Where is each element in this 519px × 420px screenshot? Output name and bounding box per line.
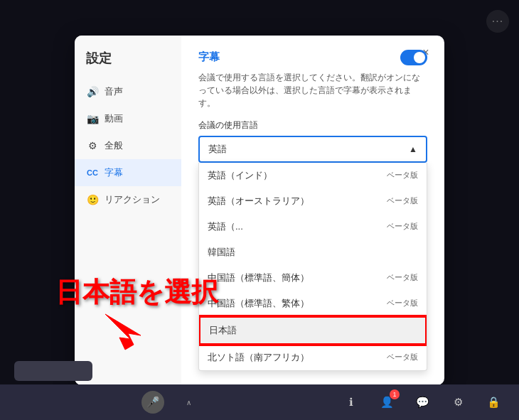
chevron-up-icon: ∧	[186, 399, 191, 406]
bottom-left-panel	[14, 361, 92, 381]
dropdown-item-chinese-traditional[interactable]: 中国語（標準語、繁体） ベータ版	[199, 291, 427, 316]
settings-sidebar: 設定 🔊 音声 📷 動画 ⚙ 全般 CC 字幕 🙂 リアクション	[75, 36, 181, 385]
sidebar-item-general[interactable]: ⚙ 全般	[75, 132, 181, 159]
beta-badge: ベータ版	[387, 272, 418, 283]
sidebar-reactions-label: リアクション	[105, 193, 160, 206]
reactions-icon: 🙂	[86, 193, 99, 206]
sidebar-video-label: 動画	[105, 112, 123, 125]
sidebar-item-reactions[interactable]: 🙂 リアクション	[75, 186, 181, 213]
settings-button[interactable]: ⚙	[446, 391, 469, 414]
lock-button[interactable]: 🔒	[482, 391, 505, 414]
captions-toggle[interactable]	[400, 50, 427, 65]
settings-gear-icon: ⚙	[454, 396, 463, 409]
dropdown-arrow-icon: ▲	[409, 144, 417, 154]
dropdown-item-label: 英語（オーストラリア）	[208, 195, 309, 208]
sidebar-item-video[interactable]: 📷 動画	[75, 105, 181, 132]
dropdown-item-english-india[interactable]: 英語（インド） ベータ版	[199, 163, 427, 188]
mic-icon: 🎤	[146, 396, 160, 409]
participants-badge: 1	[390, 389, 400, 399]
chat-icon: 💬	[416, 396, 429, 409]
dropdown-item-label: 北ソト語（南アフリカ）	[208, 351, 309, 364]
modal-title: 設定	[75, 50, 181, 78]
dropdown-item-label: 日本語	[209, 324, 237, 337]
language-dropdown-list: 英語（インド） ベータ版 英語（オーストラリア） ベータ版 英語（... ベータ…	[198, 163, 427, 371]
beta-badge: ベータ版	[387, 298, 418, 308]
mute-button[interactable]: 🎤	[141, 391, 164, 414]
dropdown-item-label: 英語（インド）	[208, 169, 272, 182]
modal-backdrop: × 設定 🔊 音声 📷 動画 ⚙ 全般 CC 字幕 🙂 リアクション	[0, 0, 519, 420]
section-header: 字幕	[198, 50, 427, 65]
language-dropdown-selected[interactable]: 英語 ▲	[198, 136, 427, 163]
section-description: 会議で使用する言語を選択してください。翻訳がオンになっている場合以外は、選択した…	[198, 71, 427, 109]
dropdown-item-northern-sotho[interactable]: 北ソト語（南アフリカ） ベータ版	[199, 345, 427, 370]
bottom-toolbar: 🎤 ∧ ℹ 👤 1 💬 ⚙ 🔒	[0, 384, 519, 420]
dropdown-item-english-australia[interactable]: 英語（オーストラリア） ベータ版	[199, 188, 427, 214]
sidebar-item-captions[interactable]: CC 字幕	[75, 159, 181, 186]
dropdown-item-chinese-simplified[interactable]: 中国語（標準語、簡体） ベータ版	[199, 265, 427, 291]
beta-badge: ベータ版	[387, 352, 418, 362]
captions-icon: CC	[86, 166, 99, 179]
settings-modal: × 設定 🔊 音声 📷 動画 ⚙ 全般 CC 字幕 🙂 リアクション	[75, 36, 444, 385]
dropdown-item-label: 英語（...	[208, 220, 243, 233]
dropdown-item-korean[interactable]: 韓国語	[199, 239, 427, 265]
info-button[interactable]: ℹ	[340, 391, 363, 414]
beta-badge: ベータ版	[387, 170, 418, 181]
participants-button[interactable]: 👤 1	[375, 391, 398, 414]
modal-main-content: 字幕 会議で使用する言語を選択してください。翻訳がオンになっている場合以外は、選…	[181, 36, 444, 385]
dropdown-item-label: 中国語（標準語、簡体）	[208, 271, 309, 284]
beta-badge: ベータ版	[387, 221, 418, 232]
lock-icon: 🔒	[487, 396, 501, 409]
dropdown-item-japanese[interactable]: 日本語	[199, 316, 427, 345]
gear-icon: ⚙	[86, 139, 99, 152]
info-icon: ℹ	[349, 396, 353, 409]
dropdown-item-english-other[interactable]: 英語（... ベータ版	[199, 214, 427, 239]
video-icon: 📷	[86, 112, 99, 125]
sidebar-captions-label: 字幕	[105, 166, 123, 179]
chat-button[interactable]: 💬	[411, 391, 434, 414]
sidebar-audio-label: 音声	[105, 85, 123, 98]
field-label: 会議の使用言語	[198, 119, 427, 131]
sidebar-item-audio[interactable]: 🔊 音声	[75, 78, 181, 105]
section-title-text: 字幕	[198, 50, 220, 64]
audio-icon: 🔊	[86, 85, 99, 98]
beta-badge: ベータ版	[387, 195, 418, 206]
dropdown-item-label: 韓国語	[208, 246, 235, 259]
selected-language-text: 英語	[208, 143, 227, 156]
dropdown-item-label: 中国語（標準語、繁体）	[208, 297, 309, 310]
mic-chevron-button[interactable]: ∧	[177, 391, 200, 414]
sidebar-general-label: 全般	[105, 139, 123, 152]
